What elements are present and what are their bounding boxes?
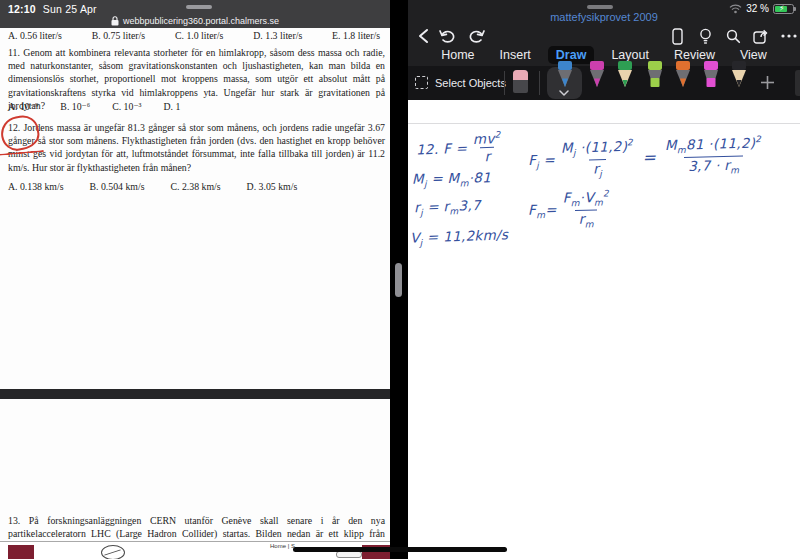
- option: B. 0.504 km/s: [90, 181, 145, 192]
- address-bar[interactable]: webbpublicering360.portal.chalmers.se: [0, 14, 390, 28]
- pencil-black[interactable]: [728, 61, 750, 92]
- split-view-divider: [390, 0, 408, 559]
- ink-mass-relation[interactable]: Mj = Mm·81: [412, 169, 491, 189]
- lightbulb-icon[interactable]: [694, 26, 716, 46]
- eraser-tool[interactable]: [513, 70, 528, 93]
- home-indicator[interactable]: [293, 547, 507, 552]
- undo-button[interactable]: [436, 26, 458, 46]
- phone-view-icon[interactable]: [666, 26, 688, 46]
- onenote-pane: 32 % ⚡ mattefysikprovet 2009: [408, 0, 800, 559]
- address-url: webbpublicering360.portal.chalmers.se: [123, 16, 279, 26]
- highlighter-magenta[interactable]: [700, 61, 722, 92]
- q11-options-row: A. 10⁻⁹ B. 10⁻⁶ C. 10⁻³ D. 1: [8, 101, 180, 112]
- pen-magenta[interactable]: [586, 61, 608, 92]
- safari-pane: 12:10Sun 25 Apr webbpublicering360.porta…: [0, 0, 390, 559]
- ink-escape-velocity[interactable]: Vj = 11,2km/s: [410, 226, 509, 248]
- q10-options-row: A. 0.56 liter/s B. 0.75 liter/s C. 1.0 l…: [8, 30, 380, 41]
- safari-header[interactable]: 12:10Sun 25 Apr webbpublicering360.porta…: [0, 0, 390, 28]
- question-12-text: 12. Jordens massa är ungefär 81.3 gånger…: [8, 121, 385, 174]
- split-view-drag-handle[interactable]: [395, 263, 402, 297]
- note-canvas[interactable]: 12. F = mv2r Mj = Mm·81 rj = rm3,7 Vj = …: [408, 100, 800, 559]
- redo-button[interactable]: [466, 26, 488, 46]
- toolbar-divider: [539, 71, 540, 95]
- left-window-drag-handle[interactable]: [186, 5, 212, 9]
- option: B. 10⁻⁶: [60, 101, 90, 112]
- pdf-document[interactable]: A. 0.56 liter/s B. 0.75 liter/s C. 1.0 l…: [0, 28, 390, 559]
- tab-home[interactable]: Home: [433, 46, 482, 64]
- option: A. 10⁻⁹: [8, 101, 38, 112]
- pen-orange[interactable]: [672, 61, 694, 92]
- toolbar-overflow-edge: [795, 70, 800, 96]
- share-icon[interactable]: [750, 26, 772, 46]
- chevron-down-icon[interactable]: [559, 90, 569, 96]
- q12-options-row: A. 0.138 km/s B. 0.504 km/s C. 2.38 km/s…: [8, 181, 297, 192]
- notebook-title[interactable]: mattefysikprovet 2009: [408, 11, 800, 23]
- ink-fj-equation[interactable]: Fj = Mj ·(11,2)2rj = Mm81 ·(11,2)23,7 · …: [528, 135, 765, 181]
- cern-nav-links: Home | S: [270, 543, 295, 549]
- option: B. 0.75 liter/s: [92, 30, 145, 41]
- option: A. 0.56 liter/s: [8, 30, 62, 41]
- select-objects-icon[interactable]: [415, 76, 428, 89]
- option: D. 1: [164, 101, 181, 112]
- cern-logo-icon: [101, 545, 125, 559]
- tab-insert[interactable]: Insert: [492, 46, 539, 64]
- option: A. 0.138 km/s: [8, 181, 64, 192]
- toolbar-divider: [504, 71, 505, 95]
- highlighter-green[interactable]: [644, 61, 666, 92]
- search-icon[interactable]: [722, 26, 744, 46]
- pencil-green[interactable]: [614, 61, 636, 92]
- ink-radius-relation[interactable]: rj = rm3,7: [414, 197, 481, 218]
- pen-blue[interactable]: [554, 61, 576, 92]
- cern-maroon-block-left: [8, 545, 34, 559]
- lock-icon: [111, 16, 119, 26]
- cern-search-box: [336, 551, 362, 558]
- option: E. 1.8 liter/s: [332, 30, 380, 41]
- ink-formula-force[interactable]: 12. F = mv2r: [415, 130, 503, 165]
- option: D. 3.05 km/s: [247, 181, 298, 192]
- back-button[interactable]: [412, 26, 434, 46]
- onenote-header: 32 % ⚡ mattefysikprovet 2009: [408, 0, 800, 66]
- ipad-screen: 12:10Sun 25 Apr webbpublicering360.porta…: [0, 0, 800, 559]
- more-options-icon[interactable]: [778, 26, 800, 46]
- option: C. 2.38 km/s: [171, 181, 221, 192]
- right-window-drag-handle[interactable]: [587, 5, 613, 9]
- ink-fm-equation[interactable]: Fm= Fm·Vm2rm: [528, 189, 612, 230]
- option: D. 1.3 liter/s: [253, 30, 302, 41]
- draw-toolbar: Select Objects: [408, 66, 800, 100]
- option: C. 1.0 liter/s: [175, 30, 223, 41]
- pdf-page-separator: [0, 389, 390, 399]
- page-top-rule: [408, 123, 800, 124]
- option: C. 10⁻³: [112, 101, 141, 112]
- select-objects-label[interactable]: Select Objects: [435, 77, 506, 89]
- add-pen-button[interactable]: [756, 71, 778, 93]
